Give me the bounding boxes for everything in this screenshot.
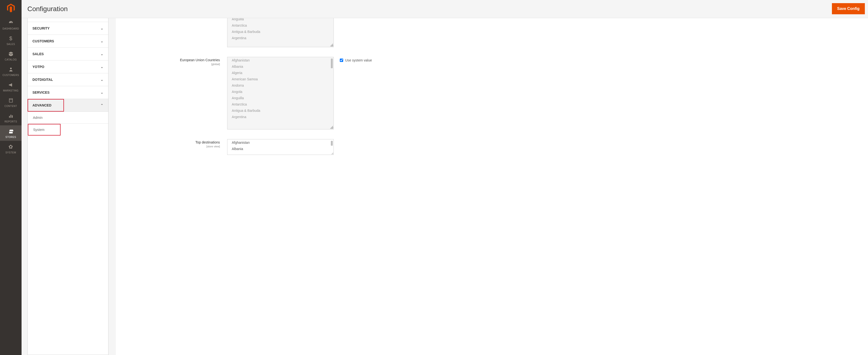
- page-header: Configuration Save Config: [22, 0, 868, 18]
- multiselect-option[interactable]: Anguilla: [227, 18, 334, 22]
- config-section-label: SECURITY: [32, 26, 50, 30]
- use-system-value-checkbox[interactable]: [340, 59, 343, 62]
- multiselect-option[interactable]: Anguilla: [227, 95, 334, 101]
- field-scope: [global]: [116, 63, 220, 66]
- chevron-up-icon: ⌃: [100, 103, 108, 107]
- nav-catalog[interactable]: CATALOG: [0, 48, 22, 63]
- config-section-label: SALES: [32, 52, 44, 56]
- config-section-label: SERVICES: [32, 91, 50, 94]
- resize-grip-icon[interactable]: [330, 126, 333, 129]
- multiselect-option[interactable]: American Samoa: [227, 76, 334, 82]
- save-config-button[interactable]: Save Config: [832, 3, 865, 14]
- multiselect-option[interactable]: Antigua & Barbuda: [227, 107, 334, 114]
- chevron-down-icon: ⌄: [100, 39, 103, 43]
- field-scope: [store view]: [116, 145, 220, 148]
- config-section-label: YOTPO: [32, 65, 44, 69]
- dashboard-icon: [8, 20, 14, 26]
- chevron-down-icon: ⌄: [100, 52, 103, 56]
- nav-label: STORES: [6, 136, 16, 138]
- multiselect-eu-countries[interactable]: Afghanistan Albania Algeria American Sam…: [227, 57, 334, 129]
- nav-customers[interactable]: CUSTOMERS: [0, 63, 22, 79]
- multiselect-option[interactable]: Antarctica: [227, 22, 334, 29]
- multiselect-option[interactable]: Argentina: [227, 114, 334, 120]
- config-section-sales[interactable]: SALES ⌄: [28, 48, 108, 61]
- multiselect-option[interactable]: Antarctica: [227, 101, 334, 107]
- svg-rect-1: [9, 98, 12, 102]
- scrollbar-thumb[interactable]: [331, 59, 333, 68]
- chevron-down-icon: ⌄: [100, 26, 103, 30]
- config-section-customers[interactable]: CUSTOMERS ⌄: [28, 35, 108, 48]
- field-label: Top destinations: [195, 140, 220, 144]
- config-section-label: CUSTOMERS: [32, 39, 54, 43]
- chevron-down-icon: ⌄: [100, 91, 103, 94]
- form-row-eu-countries: European Union Countries [global] Afghan…: [116, 57, 868, 129]
- nav-system[interactable]: ✿ SYSTEM: [0, 141, 22, 156]
- svg-point-0: [10, 67, 11, 69]
- multiselect-option[interactable]: Afghanistan: [227, 57, 334, 63]
- chevron-down-icon: ⌄: [100, 65, 103, 69]
- config-section-advanced[interactable]: ADVANCED ⌃: [28, 99, 108, 112]
- nav-label: REPORTS: [5, 120, 17, 123]
- multiselect-option[interactable]: Albania: [227, 63, 334, 70]
- multiselect-option[interactable]: Andorra: [227, 82, 334, 89]
- multiselect-option[interactable]: Algeria: [227, 70, 334, 76]
- magento-logo[interactable]: [0, 0, 22, 17]
- config-sub-admin[interactable]: Admin: [28, 112, 108, 124]
- config-section-security[interactable]: SECURITY ⌄: [28, 22, 108, 35]
- svg-rect-3: [9, 116, 10, 118]
- nav-sales[interactable]: $ SALES: [0, 32, 22, 48]
- bars-icon: [8, 112, 13, 119]
- config-section-yotpo[interactable]: YOTPO ⌄: [28, 61, 108, 73]
- field-label: European Union Countries: [180, 58, 220, 62]
- nav-label: SALES: [6, 43, 15, 45]
- page-title: Configuration: [27, 5, 68, 13]
- main-area: Configuration Save Config SECURITY ⌄ CUS…: [22, 0, 868, 355]
- svg-rect-4: [10, 115, 11, 118]
- form-row-partial: Anguilla Antarctica Antigua & Barbuda Ar…: [116, 18, 868, 47]
- nav-label: MARKETING: [3, 89, 19, 92]
- nav-label: CUSTOMERS: [2, 74, 19, 76]
- storefront-icon: [8, 128, 13, 135]
- multiselect-option[interactable]: Argentina: [227, 35, 334, 41]
- use-system-value-wrap: Use system value: [334, 57, 372, 62]
- config-section-top[interactable]: [28, 18, 108, 22]
- nav-label: CATALOG: [5, 58, 17, 61]
- multiselect-partial[interactable]: Anguilla Antarctica Antigua & Barbuda Ar…: [227, 18, 334, 47]
- config-sub-label: Admin: [33, 116, 42, 120]
- config-section-dotdigital[interactable]: DOTDIGITAL ⌄: [28, 73, 108, 86]
- config-sub-label: System: [28, 124, 61, 135]
- multiselect-option[interactable]: Antigua & Barbuda: [227, 29, 334, 35]
- nav-content[interactable]: CONTENT: [0, 94, 22, 110]
- use-system-value-label: Use system value: [345, 58, 372, 62]
- nav-marketing[interactable]: MARKETING: [0, 79, 22, 94]
- page-icon: [8, 97, 13, 104]
- nav-stores[interactable]: STORES: [0, 125, 22, 141]
- nav-label: CONTENT: [5, 105, 17, 107]
- person-icon: [8, 66, 13, 73]
- form-row-top-destinations: Top destinations [store view] Afghanista…: [116, 139, 868, 155]
- scrollbar-thumb[interactable]: [331, 141, 333, 146]
- chevron-down-icon: ⌄: [100, 78, 103, 82]
- nav-label: SYSTEM: [5, 151, 16, 154]
- config-section-services[interactable]: SERVICES ⌄: [28, 86, 108, 99]
- config-panel: SECURITY ⌄ CUSTOMERS ⌄ SALES ⌄ YOTPO ⌄ D…: [27, 18, 108, 355]
- config-section-label: DOTDIGITAL: [32, 78, 53, 82]
- config-section-label: ADVANCED: [28, 99, 64, 111]
- admin-sidebar: DASHBOARD $ SALES CATALOG CUSTOMERS MARK…: [0, 0, 22, 355]
- nav-dashboard[interactable]: DASHBOARD: [0, 17, 22, 32]
- form-area: Anguilla Antarctica Antigua & Barbuda Ar…: [116, 18, 868, 355]
- magento-logo-icon: [6, 3, 16, 14]
- gear-icon: ✿: [8, 143, 13, 150]
- box-icon: [8, 51, 13, 57]
- config-sub-system[interactable]: System: [28, 124, 108, 136]
- multiselect-option[interactable]: Albania: [227, 146, 334, 152]
- nav-reports[interactable]: REPORTS: [0, 110, 22, 125]
- resize-grip-icon[interactable]: [330, 43, 333, 46]
- multiselect-top-destinations[interactable]: Afghanistan Albania: [227, 139, 334, 155]
- svg-rect-5: [12, 115, 12, 118]
- multiselect-option[interactable]: Afghanistan: [227, 139, 334, 146]
- megaphone-icon: [8, 82, 13, 88]
- dollar-icon: $: [9, 35, 12, 42]
- nav-label: DASHBOARD: [3, 27, 19, 30]
- multiselect-option[interactable]: Angola: [227, 89, 334, 95]
